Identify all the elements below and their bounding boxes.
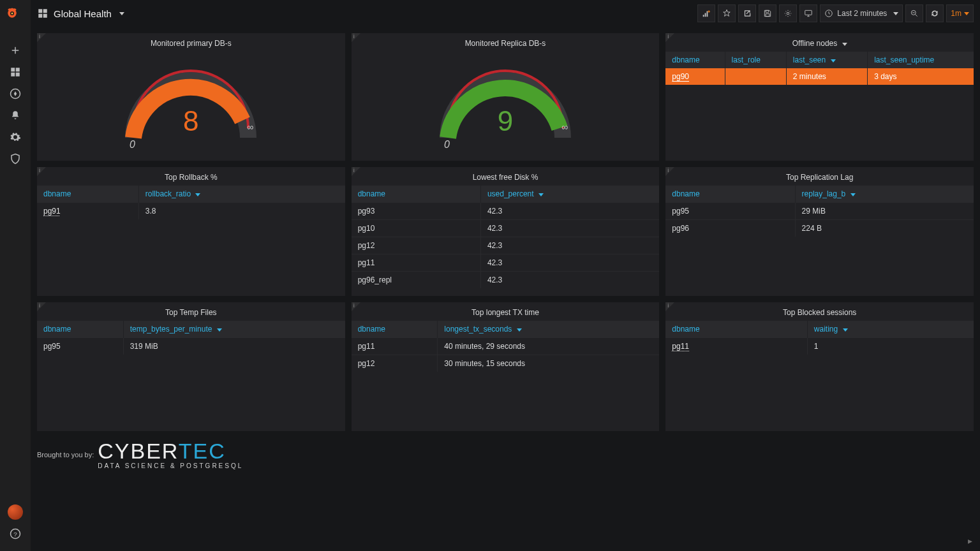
- table-row[interactable]: pg9529 MiB: [665, 203, 974, 220]
- table-row[interactable]: pg1142.3: [352, 254, 660, 272]
- add-panel-button[interactable]: [697, 4, 715, 22]
- panel-lowest-disk[interactable]: i Lowest free Disk % dbname used_percent…: [352, 167, 660, 296]
- rollback-table: dbname rollback_ratio pg91 3.8: [37, 186, 345, 219]
- col-dbname[interactable]: dbname: [665, 186, 795, 203]
- chevron-down-icon: [893, 12, 898, 15]
- refresh-button[interactable]: [926, 4, 944, 22]
- panel-title: Top longest TX time: [352, 302, 660, 321]
- svg-rect-6: [805, 10, 812, 15]
- table-row[interactable]: pg95319 MiB: [37, 338, 345, 355]
- nav-explore[interactable]: [0, 83, 31, 105]
- col-longest-tx[interactable]: longest_tx_seconds: [438, 321, 660, 338]
- info-icon: i: [39, 33, 40, 40]
- table-row[interactable]: pg96224 B: [665, 220, 974, 237]
- table-row[interactable]: pg111: [665, 338, 974, 355]
- col-last-seen[interactable]: last_seen: [786, 52, 867, 68]
- nav-configuration[interactable]: [0, 126, 31, 148]
- grafana-logo-icon[interactable]: [6, 8, 24, 26]
- panel-longest-tx[interactable]: i Top longest TX time dbname longest_tx_…: [352, 302, 660, 431]
- bell-icon: [10, 110, 21, 121]
- footer-brand: Brought to you by: CYBERTEC DATA SCIENCE…: [37, 440, 974, 469]
- col-temp-bytes[interactable]: temp_bytes_per_minute: [123, 321, 345, 338]
- panel-top-temp-files[interactable]: i Top Temp Files dbname temp_bytes_per_m…: [37, 302, 345, 431]
- dashboard-scroll[interactable]: i Monitored primary DB-s 0 ∞ 8 i Monitor…: [31, 27, 980, 551]
- refresh-interval-button[interactable]: 1m: [946, 4, 974, 22]
- footer-prefix: Brought to you by:: [37, 451, 94, 459]
- share-button[interactable]: [738, 4, 756, 22]
- panel-primary-dbs[interactable]: i Monitored primary DB-s 0 ∞ 8: [37, 33, 345, 161]
- panel-blocked-sessions[interactable]: i Top Blocked sessions dbname waiting pg…: [665, 302, 974, 431]
- time-range-button[interactable]: Last 2 minutes: [820, 4, 903, 22]
- star-button[interactable]: [718, 4, 736, 22]
- compass-icon: [10, 88, 21, 99]
- panel-title: Lowest free Disk %: [352, 167, 660, 186]
- cybertec-logo: CYBERTEC DATA SCIENCE & POSTGRESQL: [98, 440, 243, 469]
- panel-replica-dbs[interactable]: i Monitored Replica DB-s 0 ∞ 9: [352, 33, 660, 161]
- nav-user[interactable]: [0, 501, 31, 523]
- panel-title: Top Rollback %: [37, 167, 345, 186]
- table-row[interactable]: pg1042.3: [352, 220, 660, 237]
- panel-title: Top Blocked sessions: [665, 302, 974, 321]
- panel-top-rollback[interactable]: i Top Rollback % dbname rollback_ratio p…: [37, 167, 345, 296]
- panel-title: Offline nodes: [665, 33, 974, 52]
- col-used-percent[interactable]: used_percent: [480, 186, 659, 203]
- monitor-icon: [804, 9, 813, 18]
- top-bar: Global Health Last 2 minutes 1m: [31, 0, 980, 27]
- panel-offline-nodes[interactable]: i Offline nodes dbname last_role last_se…: [665, 33, 974, 161]
- table-row[interactable]: pg90 2 minutes 3 days: [665, 68, 974, 85]
- avatar-icon: [8, 504, 23, 520]
- settings-button[interactable]: [779, 4, 797, 22]
- nav-bottom: ?: [0, 501, 31, 545]
- info-icon: i: [353, 302, 355, 309]
- table-row[interactable]: pg1242.3: [352, 237, 660, 254]
- add-row-button[interactable]: ▸: [968, 536, 972, 546]
- nav-dashboards[interactable]: [0, 61, 31, 83]
- share-icon: [743, 9, 752, 18]
- panel-add-icon: [702, 9, 711, 18]
- svg-text:0: 0: [444, 139, 450, 150]
- col-dbname[interactable]: dbname: [37, 321, 123, 338]
- time-range-text: Last 2 minutes: [837, 9, 887, 18]
- col-dbname[interactable]: dbname: [665, 321, 807, 338]
- grid-icon: [10, 66, 21, 78]
- gauge-value: 8: [183, 105, 198, 137]
- toolbar: Last 2 minutes 1m: [697, 4, 974, 22]
- col-dbname[interactable]: dbname: [352, 186, 481, 203]
- shield-icon: [10, 153, 21, 165]
- svg-text:0: 0: [130, 139, 135, 150]
- panel-title: Top Temp Files: [37, 302, 345, 321]
- panel-replication-lag[interactable]: i Top Replication Lag dbname replay_lag_…: [665, 167, 974, 296]
- nav-create[interactable]: [0, 40, 31, 61]
- col-dbname[interactable]: dbname: [665, 52, 725, 68]
- offline-table: dbname last_role last_seen last_seen_upt…: [665, 52, 974, 85]
- disk-table: dbname used_percent pg9342.3 pg1042.3 pg…: [352, 186, 660, 288]
- info-icon: i: [667, 167, 669, 173]
- table-row[interactable]: pg91 3.8: [37, 203, 345, 220]
- nav-help[interactable]: ?: [0, 523, 31, 545]
- chevron-down-icon: [119, 12, 124, 15]
- col-rollback[interactable]: rollback_ratio: [138, 186, 345, 203]
- col-replay-lag[interactable]: replay_lag_b: [795, 186, 974, 203]
- star-icon: [722, 9, 731, 18]
- table-row[interactable]: pg96_repl42.3: [352, 272, 660, 289]
- col-last-role[interactable]: last_role: [725, 52, 786, 68]
- col-waiting[interactable]: waiting: [807, 321, 974, 338]
- svg-text:?: ?: [13, 531, 17, 538]
- svg-point-5: [787, 12, 790, 15]
- col-dbname[interactable]: dbname: [352, 321, 438, 338]
- save-button[interactable]: [759, 4, 776, 22]
- col-dbname[interactable]: dbname: [37, 186, 138, 203]
- table-row[interactable]: pg1230 minutes, 15 seconds: [352, 355, 660, 372]
- dashboard-title[interactable]: Global Health: [37, 8, 124, 19]
- info-icon: i: [353, 167, 355, 173]
- tv-button[interactable]: [799, 4, 817, 22]
- svg-point-1: [11, 13, 13, 15]
- col-last-seen-uptime[interactable]: last_seen_uptime: [868, 52, 974, 68]
- nav-server-admin[interactable]: [0, 148, 31, 170]
- chevron-down-icon: [842, 43, 847, 46]
- nav-alerting[interactable]: [0, 105, 31, 126]
- zoom-out-button[interactable]: [905, 4, 923, 22]
- table-row[interactable]: pg9342.3: [352, 203, 660, 220]
- table-row[interactable]: pg1140 minutes, 29 seconds: [352, 338, 660, 355]
- replag-table: dbname replay_lag_b pg9529 MiB pg96224 B: [665, 186, 974, 237]
